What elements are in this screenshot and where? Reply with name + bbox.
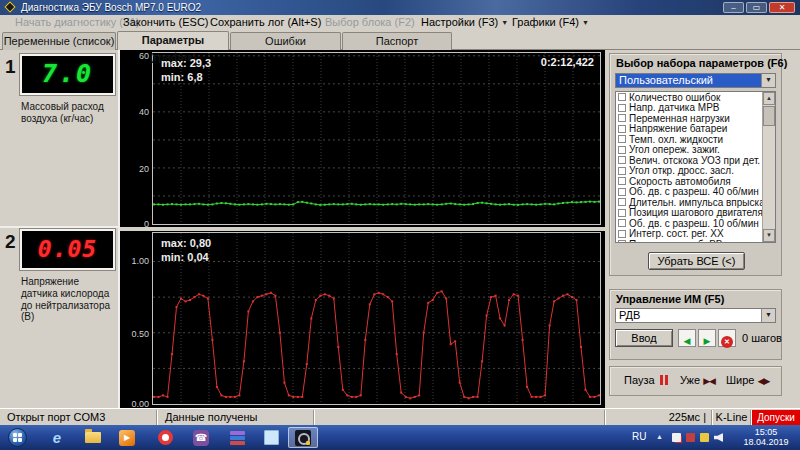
param-list-item-label: Длительн. импульса впрыска: [629, 197, 765, 208]
param-list-item[interactable]: Количество ошибок: [616, 92, 775, 103]
tray-antivirus-icon[interactable]: [686, 433, 695, 442]
tab-parameters-graph[interactable]: Параметры (график): [117, 31, 229, 50]
menu-graphs[interactable]: Графики (F4)▼: [512, 16, 589, 28]
taskbar-notes-app[interactable]: [256, 427, 286, 448]
tray-time: 15:05: [755, 427, 778, 437]
status-dopuski-badge: Допуски: [752, 410, 800, 425]
checkbox-icon[interactable]: [618, 135, 626, 143]
chevron-down-icon[interactable]: ▼: [761, 309, 775, 322]
checkbox-icon[interactable]: [618, 167, 626, 175]
app-icon: [4, 1, 15, 12]
listbox-scrollbar[interactable]: ▲ ▼: [762, 92, 775, 242]
start-button[interactable]: [8, 428, 27, 447]
language-indicator[interactable]: RU: [632, 431, 646, 442]
checkbox-icon[interactable]: [618, 188, 626, 196]
minimize-button[interactable]: –: [723, 2, 744, 13]
checkbox-icon[interactable]: [618, 230, 626, 238]
param-list-item[interactable]: Скорость автомобиля: [616, 176, 775, 187]
gauge-1-display: 7.0: [20, 54, 115, 95]
param-list-item[interactable]: Переменная нагрузки: [616, 113, 775, 124]
taskbar-winrar[interactable]: [222, 427, 252, 448]
gauge-divider: [0, 226, 120, 228]
actuator-dropdown[interactable]: РДВ ▼: [615, 308, 776, 323]
param-list-item[interactable]: Напряжение батареи: [616, 124, 775, 135]
parameter-preset-dropdown[interactable]: Пользовательский ▼: [615, 73, 776, 88]
param-list-item-label: Позиция шагового двигателя: [629, 208, 763, 219]
chart-2-ytick: 0.50: [121, 329, 149, 339]
gauge-2-index: 2: [5, 231, 16, 253]
tray-update-icon[interactable]: [700, 433, 709, 442]
volume-icon[interactable]: [714, 433, 723, 442]
param-list-item[interactable]: Перем. ад. треб. ВВ при рег. ХХ: [616, 239, 775, 243]
chart-1-max-label: max: 29,3: [161, 56, 211, 70]
step-right-button[interactable]: ▶: [698, 329, 716, 347]
step-left-button[interactable]: ◀: [678, 329, 696, 347]
stop-button[interactable]: ✕: [718, 329, 736, 347]
chevron-down-icon[interactable]: ▼: [761, 74, 775, 87]
tab-bar: Переменные (список) Параметры (график) О…: [0, 31, 800, 50]
pause-button[interactable]: Пауза: [624, 374, 668, 387]
param-list-item[interactable]: Темп. охл. жидкости: [616, 134, 775, 145]
chart-2-max-label: max: 0,80: [161, 236, 211, 250]
tray-expand-icon[interactable]: ▲: [656, 433, 663, 440]
maximize-button[interactable]: ▭: [746, 2, 767, 13]
taskbar-media-player[interactable]: ▶: [112, 427, 142, 448]
chart-1-ytick: 20: [121, 164, 149, 174]
wide-button[interactable]: Шире ◀▶: [726, 374, 769, 386]
chevron-down-icon: ▼: [501, 19, 508, 26]
tab-errors[interactable]: Ошибки: [230, 32, 341, 50]
tray-clock[interactable]: 15:05 18.04.2019: [736, 427, 796, 447]
checkbox-icon[interactable]: [618, 209, 626, 217]
checkbox-icon[interactable]: [618, 219, 626, 227]
chart-separator: [120, 227, 605, 231]
param-list-item[interactable]: Напр. датчика МРВ: [616, 103, 775, 114]
actuator-value: РДВ: [619, 309, 640, 322]
narrow-button[interactable]: Уже ▶◀: [680, 374, 715, 386]
tray-network-icon[interactable]: [672, 433, 681, 442]
checkbox-icon[interactable]: [618, 198, 626, 206]
taskbar-opera[interactable]: [150, 427, 180, 448]
checkbox-icon[interactable]: [618, 240, 626, 243]
gauge-2-label: Напряжение датчика кислорода до нейтрали…: [21, 276, 116, 323]
checkbox-icon[interactable]: [618, 125, 626, 133]
param-list-item-label: Количество ошибок: [629, 92, 720, 103]
param-list-item[interactable]: Длительн. импульса впрыска: [616, 197, 775, 208]
menu-finish[interactable]: Закончить (ESC): [123, 16, 209, 28]
menu-select-block: Выбор блока (F2): [325, 16, 415, 28]
clear-all-button[interactable]: Убрать ВСЕ (<): [648, 252, 745, 270]
taskbar-diagnostics-app[interactable]: [288, 427, 318, 448]
param-list-item[interactable]: Угол опереж. зажиг.: [616, 145, 775, 156]
tab-variables-list[interactable]: Переменные (список): [2, 32, 116, 50]
checkbox-icon[interactable]: [618, 114, 626, 122]
scroll-up-icon[interactable]: ▲: [763, 92, 775, 105]
checkbox-icon[interactable]: [618, 177, 626, 185]
chart-1-canvas: [153, 53, 600, 224]
checkbox-icon[interactable]: [618, 156, 626, 164]
enter-button[interactable]: Ввод: [615, 329, 673, 347]
taskbar-internet-explorer[interactable]: e: [42, 427, 72, 448]
param-list-item[interactable]: Интегр. сост. рег. ХХ: [616, 229, 775, 240]
param-list-item-label: Скорость автомобиля: [629, 176, 731, 187]
taskbar-file-explorer[interactable]: [78, 427, 108, 448]
menu-save-log[interactable]: Сохранить лог (Alt+S): [210, 16, 321, 28]
param-list-item[interactable]: Об. дв. с разреш. 10 об/мин: [616, 218, 775, 229]
param-list-item[interactable]: Об. дв. с разреш. 40 об/мин: [616, 187, 775, 198]
scroll-down-icon[interactable]: ▼: [763, 229, 775, 242]
scrollbar-thumb[interactable]: [763, 106, 775, 126]
tab-passport[interactable]: Паспорт: [342, 32, 452, 50]
menu-settings-label: Настройки (F3): [421, 16, 498, 28]
param-list-item[interactable]: Велич. отскока УОЗ при дет.: [616, 155, 775, 166]
param-list-item[interactable]: Угол откр. дросс. засл.: [616, 166, 775, 177]
param-list-item[interactable]: Позиция шагового двигателя: [616, 208, 775, 219]
menu-settings[interactable]: Настройки (F3)▼: [421, 16, 508, 28]
checkbox-icon[interactable]: [618, 93, 626, 101]
param-list-item-label: Велич. отскока УОЗ при дет.: [629, 155, 760, 166]
checkbox-icon[interactable]: [618, 104, 626, 112]
param-list-item-label: Интегр. сост. рег. ХХ: [629, 229, 724, 240]
taskbar-viber[interactable]: ☎: [186, 427, 216, 448]
checkbox-icon[interactable]: [618, 146, 626, 154]
window-title: Диагностика ЭБУ Bosch MP7.0 EURO2: [21, 2, 201, 13]
close-button[interactable]: ✕: [769, 2, 795, 13]
playback-control-group: Пауза Уже ▶◀ Шире ◀▶: [609, 366, 782, 396]
sidebar: Выбор набора параметров (F6) Пользовател…: [605, 50, 800, 408]
